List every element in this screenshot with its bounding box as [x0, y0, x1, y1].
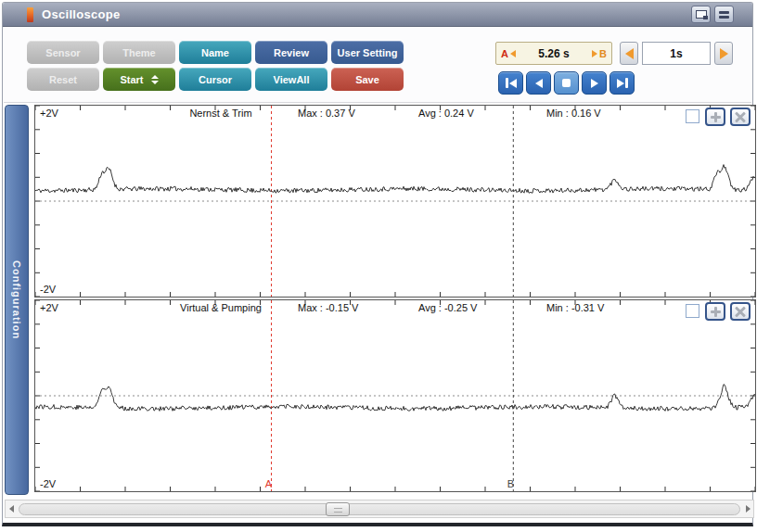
user-setting-button[interactable]: User Setting [331, 41, 404, 64]
step-forward-button[interactable] [582, 71, 607, 95]
titlebar: Oscilloscope [3, 3, 752, 27]
reset-button[interactable]: Reset [27, 68, 99, 91]
toolbar: Sensor Theme Name Review User Setting Re… [4, 28, 751, 103]
app-window: Oscilloscope Sensor Theme Name Review Us… [2, 2, 753, 526]
app-icon [27, 7, 33, 22]
stop-button[interactable] [554, 71, 579, 95]
waveform-plot [35, 106, 755, 297]
scrollbar-track[interactable] [19, 503, 740, 515]
popout-window-button[interactable] [691, 6, 711, 23]
arrow-right-icon [720, 48, 728, 59]
avg-readout: Avg : 0.24 V [418, 108, 474, 119]
start-button-label: Start [120, 74, 143, 85]
timebase-increase-button[interactable] [714, 42, 733, 65]
channel-title: Nernst & Trim [154, 108, 288, 119]
step-back-icon [535, 79, 543, 88]
panel-close-button[interactable] [730, 108, 751, 126]
avg-readout: Avg : -0.25 V [418, 302, 477, 313]
close-icon [735, 111, 746, 122]
arrow-left-icon [510, 50, 516, 57]
start-button[interactable]: Start [103, 68, 175, 91]
save-button[interactable]: Save [331, 68, 404, 91]
name-button[interactable]: Name [179, 41, 251, 64]
window-title: Oscilloscope [42, 7, 121, 21]
scope-panel-nernst-trim: +2V Nernst & Trim Max : 0.37 V Avg : 0.2… [34, 105, 756, 298]
skip-to-end-icon [617, 79, 624, 88]
skip-to-start-button[interactable] [498, 71, 523, 95]
max-readout: Max : -0.15 V [298, 302, 358, 313]
cursor-button[interactable]: Cursor [179, 68, 251, 91]
y-max-label: +2V [40, 302, 58, 313]
step-back-button[interactable] [526, 71, 551, 95]
sensor-button[interactable]: Sensor [27, 41, 99, 64]
plus-icon [711, 307, 721, 317]
window-controls [691, 6, 734, 23]
timebase-value: 1s [642, 42, 711, 65]
channel-title: Virtual & Pumping [154, 302, 288, 313]
window-bars-button[interactable] [714, 6, 734, 23]
y-min-label: -2V [40, 284, 56, 295]
arrow-right-icon [592, 50, 597, 57]
cursor-delta-value: 5.26 s [538, 47, 569, 60]
panel-add-button[interactable] [705, 108, 725, 126]
close-icon [735, 306, 746, 317]
svg-text:A: A [265, 478, 273, 489]
theme-button[interactable]: Theme [103, 41, 175, 64]
svg-text:B: B [507, 478, 514, 489]
configuration-tab[interactable]: Configuration [5, 105, 29, 495]
configuration-tab-label: Configuration [11, 260, 22, 339]
max-readout: Max : 0.37 V [298, 108, 355, 119]
scope-panel-virtual-pumping: AB +2V Virtual & Pumping Max : -0.15 V A… [34, 299, 756, 492]
timebase-decrease-button[interactable] [620, 42, 638, 65]
y-max-label: +2V [40, 108, 58, 119]
panel-checkbox[interactable] [686, 304, 699, 318]
panel-checkbox[interactable] [686, 109, 699, 123]
min-readout: Min : -0.31 V [546, 302, 604, 313]
cursor-a-label: A [501, 48, 508, 59]
spinner-arrows-icon [151, 75, 159, 84]
skip-to-end-button[interactable] [609, 71, 635, 95]
y-min-label: -2V [40, 478, 56, 489]
waveform-plot: AB [35, 300, 755, 491]
horizontal-scrollbar [5, 500, 754, 518]
panel-add-button[interactable] [705, 302, 725, 321]
plus-icon [711, 112, 721, 122]
min-readout: Min : 0.16 V [546, 108, 601, 119]
cursor-delta-readout: A 5.26 s B [495, 42, 612, 65]
popout-window-icon [696, 10, 707, 19]
window-bars-icon [719, 11, 729, 19]
scroll-left-icon[interactable] [6, 500, 17, 517]
playback-controls [498, 71, 635, 95]
scrollbar-thumb[interactable] [326, 502, 350, 516]
scroll-right-icon[interactable] [742, 500, 753, 517]
panel-close-button[interactable] [730, 302, 751, 321]
step-forward-icon [591, 79, 598, 88]
stop-icon [562, 79, 571, 87]
arrow-left-icon [625, 48, 634, 59]
viewall-button[interactable]: ViewAll [255, 68, 327, 91]
skip-to-start-icon [506, 78, 508, 88]
review-button[interactable]: Review [255, 41, 327, 64]
cursor-b-label: B [599, 48, 607, 59]
